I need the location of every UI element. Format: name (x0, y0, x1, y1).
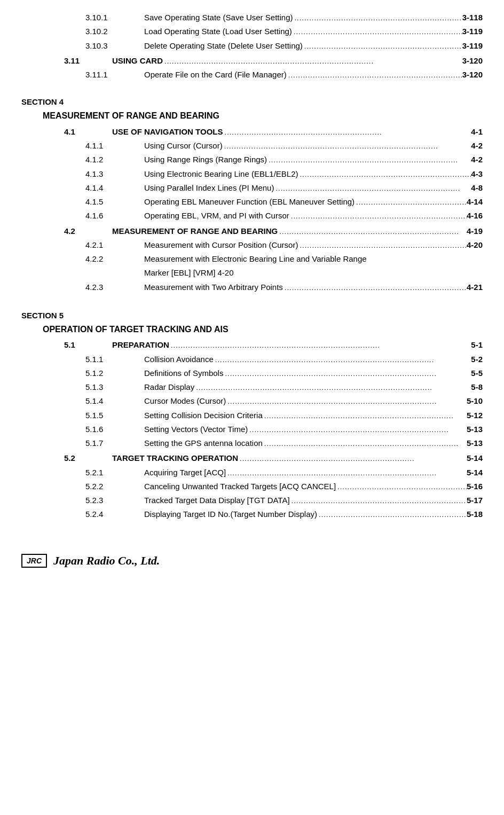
entry-title: Collision Avoidance (144, 352, 214, 366)
page-number: 5-2 (471, 352, 483, 366)
entry-label: 5.1.6 (85, 422, 144, 436)
toc-entry-4-2-1: 4.2.1 Measurement with Cursor Position (… (21, 238, 483, 252)
entry-title: Load Operating State (Load User Setting) (144, 25, 292, 38)
toc-entry-5-1-5: 5.1.5 Setting Collision Decision Criteri… (21, 409, 483, 422)
entry-label: 3.10.3 (85, 39, 144, 53)
entry-title: Using Range Rings (Range Rings) (144, 153, 267, 167)
section4-title: MEASUREMENT OF RANGE AND BEARING (21, 109, 483, 123)
dots: ........................................… (226, 396, 467, 408)
entry-label: 4.1 (64, 125, 112, 139)
section4-label: SECTION 4 (21, 95, 483, 109)
entry-title: Using Parallel Index Lines (PI Menu) (144, 181, 274, 195)
entry-title: MEASUREMENT OF RANGE AND BEARING (112, 224, 278, 238)
toc-entry-5-1: 5.1 PREPARATION ........................… (21, 338, 483, 352)
page-number: 4-8 (471, 181, 483, 195)
entry-title-line1: Measurement with Electronic Bearing Line… (144, 252, 367, 266)
entry-label: 5.1.7 (85, 436, 144, 450)
dots: ........................................… (298, 240, 467, 252)
page-number: 5-12 (467, 409, 483, 422)
toc-entry-5-1-7: 5.1.7 Setting the GPS antenna location .… (21, 436, 483, 450)
brand-name: Japan Radio Co., Ltd. (53, 554, 160, 568)
page-number: 5-14 (467, 466, 483, 480)
section5-title: OPERATION OF TARGET TRACKING AND AIS (21, 323, 483, 336)
page-number: 5-1 (471, 338, 483, 352)
entry-label: 5.1.2 (85, 366, 144, 380)
dots: ........................................… (214, 354, 471, 366)
entry-label: 3.11 (64, 54, 112, 68)
toc-entry-3-11-1: 3.11.1 Operate File on the Card (File Ma… (21, 68, 483, 82)
toc-entry-3-10-1: 3.10.1 Save Operating State (Save User S… (21, 11, 483, 25)
entry-label: 4.2 (64, 224, 112, 238)
toc-entry-4-1-6: 4.1.6 Operating EBL, VRM, and PI with Cu… (21, 209, 483, 223)
dots: ........................................… (223, 140, 471, 153)
entry-title: Setting Vectors (Vector Time) (144, 422, 248, 436)
dots: ........................................… (283, 282, 467, 294)
entry-title-line2: Marker [EBL] [VRM] 4-20 (144, 268, 234, 277)
entry-title: Setting Collision Decision Criteria (144, 409, 263, 422)
section5-header: SECTION 5 OPERATION OF TARGET TRACKING A… (21, 308, 483, 336)
toc-entry-3-11: 3.11 USING CARD ........................… (21, 54, 483, 68)
toc-entry-4-1-2: 4.1.2 Using Range Rings (Range Rings) ..… (21, 153, 483, 167)
entry-label: 3.10.1 (85, 11, 144, 25)
toc-entry-5-1-2: 5.1.2 Definitions of Symbols ...........… (21, 366, 483, 380)
entry-label: 3.10.2 (85, 25, 144, 38)
page-number: 4-19 (467, 224, 483, 238)
entry-title: Displaying Target ID No.(Target Number D… (144, 507, 317, 521)
page-number: 5-17 (467, 493, 483, 507)
dots: ........................................… (223, 127, 471, 139)
entry-title: Canceling Unwanted Tracked Targets [ACQ … (144, 480, 336, 493)
entry-title: Delete Operating State (Delete User Sett… (144, 39, 303, 53)
entry-title: USE OF NAVIGATION TOOLS (112, 125, 223, 139)
page-number: 5-13 (467, 422, 483, 436)
entry-label: 5.2.2 (85, 480, 144, 493)
dots: ........................................… (336, 481, 467, 493)
page-number: 4-1 (471, 125, 483, 139)
toc-entry-4-1-5: 4.1.5 Operating EBL Maneuver Function (E… (21, 195, 483, 209)
page-number: 4-2 (471, 139, 483, 153)
dots: ........................................… (267, 154, 471, 167)
toc-entry-3-10-2: 3.10.2 Load Operating State (Load User S… (21, 25, 483, 38)
dots: ........................................… (263, 410, 467, 422)
dots: ........................................… (303, 41, 462, 53)
toc-container: 3.10.1 Save Operating State (Save User S… (21, 11, 483, 522)
entry-label: 5.1 (64, 338, 112, 352)
dots: ........................................… (355, 197, 467, 209)
entry-label: 5.1.1 (85, 352, 144, 366)
page-number: 5-8 (471, 380, 483, 394)
entry-label: 4.1.4 (85, 181, 144, 195)
toc-entry-5-2-2: 5.2.2 Canceling Unwanted Tracked Targets… (21, 480, 483, 493)
entry-label: 4.2.1 (85, 238, 144, 252)
entry-title: Save Operating State (Save User Setting) (144, 11, 293, 25)
dots: ........................................… (169, 340, 471, 352)
entry-title: Tracked Target Data Display [TGT DATA] (144, 493, 290, 507)
entry-title: Operating EBL, VRM, and PI with Cursor (144, 209, 289, 223)
entry-title: Using Electronic Bearing Line (EBL1/EBL2… (144, 167, 298, 181)
entry-label: 5.1.3 (85, 380, 144, 394)
entry-label: 4.2.2 (85, 252, 144, 266)
page-number: 3-118 (462, 11, 483, 25)
toc-entry-5-1-4: 5.1.4 Cursor Modes (Cursor) ............… (21, 394, 483, 408)
entry-title: TARGET TRACKING OPERATION (112, 451, 238, 465)
page-number: 3-119 (462, 25, 483, 38)
page-number: 4-20 (467, 238, 483, 252)
page-number: 4-14 (467, 195, 483, 209)
toc-entry-5-2: 5.2 TARGET TRACKING OPERATION ..........… (21, 451, 483, 465)
entry-title: Measurement with Cursor Position (Cursor… (144, 238, 298, 252)
entry-title: Acquiring Target [ACQ] (144, 466, 226, 480)
dots: ........................................… (298, 169, 471, 181)
toc-entry-5-2-1: 5.2.1 Acquiring Target [ACQ] ...........… (21, 466, 483, 480)
page-number: 3-120 (462, 54, 483, 68)
page-number: 4-2 (471, 153, 483, 167)
entry-label: 5.1.4 (85, 394, 144, 408)
entry-title: Cursor Modes (Cursor) (144, 394, 226, 408)
toc-entry-5-1-6: 5.1.6 Setting Vectors (Vector Time) ....… (21, 422, 483, 436)
toc-entry-4-2: 4.2 MEASUREMENT OF RANGE AND BEARING ...… (21, 224, 483, 238)
entry-title: Definitions of Symbols (144, 366, 223, 380)
page-number: 4-21 (467, 280, 483, 294)
entry-label: 3.11.1 (85, 68, 144, 82)
toc-entry-4-2-3: 4.2.3 Measurement with Two Arbitrary Poi… (21, 280, 483, 294)
entry-label: 5.2.1 (85, 466, 144, 480)
entry-title: USING CARD (112, 54, 163, 68)
dots: ........................................… (223, 368, 471, 380)
dots: ........................................… (317, 509, 467, 521)
